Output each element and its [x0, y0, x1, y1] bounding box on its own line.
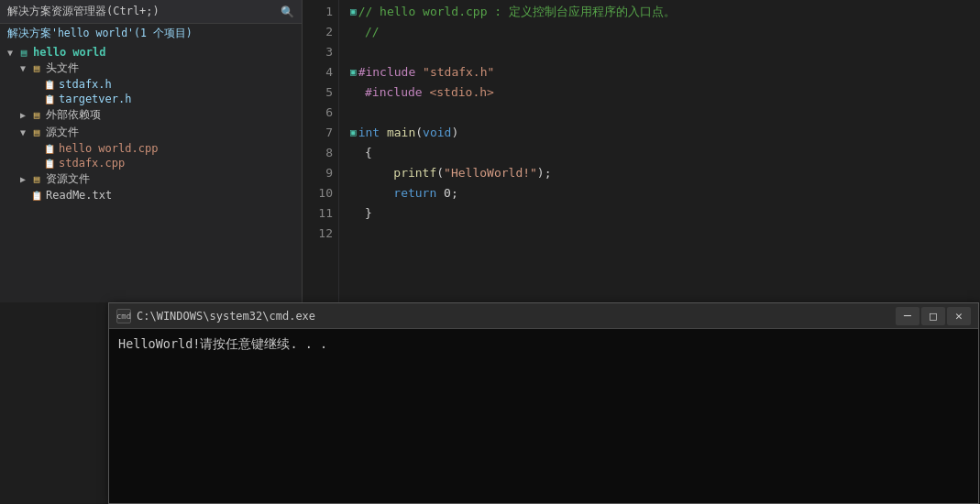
- line-num-1: 1: [303, 2, 333, 22]
- tree-item-resources[interactable]: ▶▤资源文件: [0, 170, 302, 188]
- sidebar-header: 解决方案资源管理器(Ctrl+;) 🔍: [0, 0, 302, 24]
- code-line-9[interactable]: printf("HelloWorld!");: [350, 163, 980, 183]
- tree-label-extern_deps: 外部依赖项: [46, 107, 101, 123]
- collapse-marker-1[interactable]: ▣: [350, 2, 357, 22]
- cmd-minimize-button[interactable]: ─: [896, 307, 919, 325]
- tree-label-stdafx_cpp: stdafx.cpp: [59, 157, 125, 170]
- cmd-titlebar: cmd C:\WINDOWS\system32\cmd.exe ─ □ ✕: [109, 303, 978, 329]
- code-line-12[interactable]: [350, 224, 980, 244]
- line-num-3: 3: [303, 42, 333, 62]
- solution-label: 解决方案'hello world'(1 个项目): [0, 24, 302, 43]
- line-num-12: 12: [303, 224, 333, 244]
- cmd-icon: cmd: [116, 309, 131, 323]
- file-tree: ▼▤hello world▼▤头文件📋stdafx.h📋targetver.h▶…: [0, 43, 302, 302]
- sidebar: 解决方案资源管理器(Ctrl+;) 🔍 解决方案'hello world'(1 …: [0, 0, 303, 302]
- tree-item-targetver_h[interactable]: 📋targetver.h: [0, 92, 302, 106]
- tree-label-sources: 源文件: [46, 125, 79, 140]
- tree-label-resources: 资源文件: [46, 171, 90, 187]
- tree-label-project: hello world: [33, 46, 105, 59]
- line-num-9: 9: [303, 163, 333, 183]
- tree-item-helloworld_cpp[interactable]: 📋hello world.cpp: [0, 141, 302, 156]
- tree-label-helloworld_cpp: hello world.cpp: [59, 142, 158, 155]
- tree-label-headers: 头文件: [46, 60, 79, 76]
- code-line-6[interactable]: [350, 103, 980, 123]
- cmd-body: HelloWorld!请按任意键继续. . .: [109, 329, 978, 503]
- sidebar-header-title: 解决方案资源管理器(Ctrl+;): [7, 4, 160, 19]
- collapse-marker-7[interactable]: ▣: [350, 123, 357, 143]
- tree-item-headers[interactable]: ▼▤头文件: [0, 60, 302, 77]
- code-line-4[interactable]: ▣#include "stdafx.h": [350, 62, 980, 82]
- tree-arrow-resources: ▶: [17, 174, 29, 184]
- line-num-2: 2: [303, 22, 333, 42]
- tree-label-stdafx_h: stdafx.h: [59, 78, 112, 91]
- code-line-2[interactable]: //: [350, 22, 980, 42]
- cmd-title: C:\WINDOWS\system32\cmd.exe: [137, 310, 890, 323]
- tree-arrow-project: ▼: [4, 48, 17, 58]
- code-area[interactable]: 123456789101112 ▣// hello world.cpp : 定义…: [303, 0, 980, 302]
- cmd-window: cmd C:\WINDOWS\system32\cmd.exe ─ □ ✕ He…: [108, 302, 979, 504]
- code-line-3[interactable]: [350, 42, 980, 62]
- cmd-output-line: HelloWorld!请按任意键继续. . .: [118, 334, 969, 353]
- line-num-5: 5: [303, 82, 333, 103]
- code-content[interactable]: ▣// hello world.cpp : 定义控制台应用程序的入口点。//▣#…: [339, 0, 980, 302]
- ide-area: 解决方案资源管理器(Ctrl+;) 🔍 解决方案'hello world'(1 …: [0, 0, 980, 302]
- tree-label-targetver_h: targetver.h: [59, 93, 131, 105]
- cmd-close-button[interactable]: ✕: [947, 307, 971, 325]
- line-num-6: 6: [303, 103, 333, 123]
- code-line-11[interactable]: }: [350, 203, 980, 224]
- code-line-8[interactable]: {: [350, 143, 980, 163]
- code-line-7[interactable]: ▣int main(void): [350, 123, 980, 143]
- line-num-11: 11: [303, 203, 333, 224]
- tree-arrow-headers: ▼: [17, 63, 29, 73]
- code-line-1[interactable]: ▣// hello world.cpp : 定义控制台应用程序的入口点。: [350, 2, 980, 22]
- tree-item-extern_deps[interactable]: ▶▤外部依赖项: [0, 106, 302, 124]
- tree-label-readme: ReadMe.txt: [46, 189, 112, 202]
- tree-arrow-extern_deps: ▶: [17, 110, 29, 120]
- line-num-10: 10: [303, 183, 333, 203]
- line-num-7: 7: [303, 123, 333, 143]
- cmd-maximize-button[interactable]: □: [921, 307, 945, 325]
- tree-item-readme[interactable]: 📋ReadMe.txt: [0, 188, 302, 203]
- code-editor: 123456789101112 ▣// hello world.cpp : 定义…: [303, 0, 980, 302]
- search-icon[interactable]: 🔍: [281, 5, 294, 18]
- code-line-5[interactable]: #include <stdio.h>: [350, 82, 980, 103]
- tree-item-stdafx_h[interactable]: 📋stdafx.h: [0, 77, 302, 92]
- tree-arrow-sources: ▼: [17, 127, 29, 137]
- cmd-controls: ─ □ ✕: [896, 307, 971, 325]
- code-line-10[interactable]: return 0;: [350, 183, 980, 203]
- collapse-marker-4[interactable]: ▣: [350, 62, 357, 82]
- line-numbers: 123456789101112: [303, 0, 339, 302]
- tree-item-stdafx_cpp[interactable]: 📋stdafx.cpp: [0, 156, 302, 170]
- line-num-4: 4: [303, 62, 333, 82]
- tree-item-project[interactable]: ▼▤hello world: [0, 45, 302, 60]
- tree-item-sources[interactable]: ▼▤源文件: [0, 124, 302, 141]
- line-num-8: 8: [303, 143, 333, 163]
